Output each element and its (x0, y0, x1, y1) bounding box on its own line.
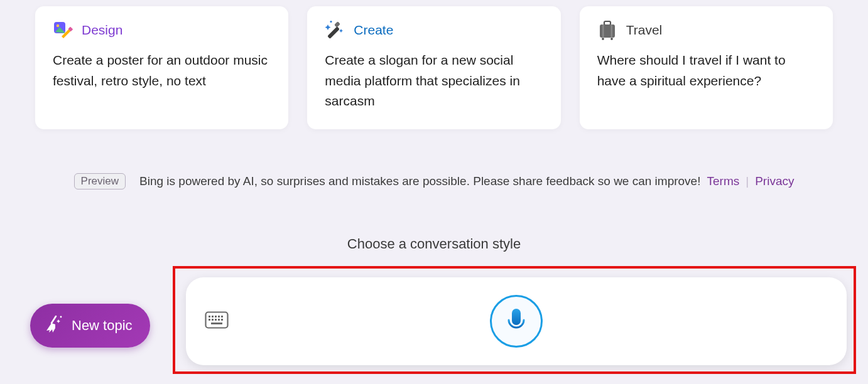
svg-line-27 (52, 316, 56, 323)
svg-rect-9 (610, 24, 612, 38)
broom-icon (44, 314, 63, 337)
svg-rect-16 (218, 316, 220, 317)
new-topic-label: New topic (72, 317, 133, 334)
card-body: Create a poster for an outdoor music fes… (53, 50, 271, 91)
svg-rect-14 (212, 316, 214, 317)
svg-rect-8 (602, 24, 604, 38)
svg-rect-18 (209, 319, 210, 321)
svg-rect-3 (327, 26, 340, 39)
card-title: Travel (626, 23, 663, 38)
new-topic-button[interactable]: New topic (30, 304, 150, 348)
svg-rect-22 (221, 319, 223, 321)
card-header: Travel (597, 20, 815, 40)
svg-rect-23 (211, 323, 222, 324)
svg-rect-20 (215, 319, 217, 321)
disclaimer-row: Preview Bing is powered by AI, so surpri… (0, 173, 868, 189)
svg-rect-17 (221, 316, 223, 317)
suitcase-icon (597, 20, 617, 40)
svg-rect-4 (334, 21, 340, 28)
suggestion-card-design[interactable]: Design Create a poster for an outdoor mu… (35, 6, 288, 129)
choose-style-heading: Choose a conversation style (0, 236, 868, 252)
suggestion-card-create[interactable]: Create Create a slogan for a new social … (307, 6, 560, 129)
card-body: Where should I travel if I want to have … (597, 50, 815, 91)
card-body: Create a slogan for a new social media p… (325, 50, 543, 112)
svg-rect-19 (212, 319, 214, 321)
privacy-link[interactable]: Privacy (755, 174, 794, 188)
suggestion-card-row: Design Create a poster for an outdoor mu… (35, 6, 833, 129)
microphone-button[interactable] (490, 295, 543, 348)
keyboard-icon[interactable] (205, 311, 229, 331)
svg-rect-15 (215, 316, 217, 317)
card-header: Create (325, 20, 543, 40)
card-header: Design (53, 20, 271, 40)
preview-badge: Preview (74, 173, 126, 189)
svg-rect-13 (209, 316, 210, 317)
microphone-icon (506, 307, 527, 335)
link-divider: | (746, 174, 749, 188)
svg-point-10 (602, 38, 604, 40)
disclaimer-message: Bing is powered by AI, so surprises and … (139, 174, 700, 188)
svg-rect-7 (600, 24, 615, 38)
terms-link[interactable]: Terms (707, 174, 739, 188)
design-icon (53, 20, 73, 40)
svg-rect-24 (512, 309, 521, 325)
suggestion-card-travel[interactable]: Travel Where should I travel if I want t… (580, 6, 833, 129)
magic-wand-icon (325, 20, 345, 40)
card-title: Design (82, 23, 122, 38)
svg-rect-21 (218, 319, 220, 321)
disclaimer-text: Bing is powered by AI, so surprises and … (139, 174, 794, 188)
chat-input-bar[interactable] (186, 277, 847, 365)
svg-point-11 (610, 38, 613, 40)
svg-point-5 (330, 21, 332, 23)
svg-point-28 (60, 316, 62, 318)
card-title: Create (354, 23, 393, 38)
svg-point-1 (57, 24, 59, 27)
